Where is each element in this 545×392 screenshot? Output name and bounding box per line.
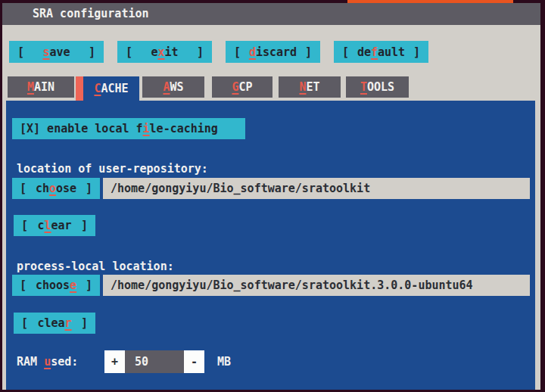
choose-user-repository-button[interactable]: [ choose ] [12,178,100,199]
tab-main-label: MAIN [27,80,54,94]
bracket-left: [ [126,45,132,59]
bracket-left: [ [234,45,241,59]
tab-aws-label: AWS [163,80,183,94]
clear-process-local-button[interactable]: [ clear ] [14,313,95,334]
enable-file-caching-checkbox[interactable]: [X] enable local file-caching [12,118,245,139]
ram-decrease-button[interactable]: - [184,350,204,373]
bracket-left: [ [21,219,28,232]
tab-aws[interactable]: AWS [142,76,204,98]
clear-user-repository-label: clear [37,219,71,232]
bracket-left: [ [20,182,26,195]
user-repository-label: location of user-repository: [17,161,208,176]
ram-value-field: 50 [125,350,184,373]
active-tab-marker [76,76,83,101]
cache-panel: [X] enable local file-caching location o… [6,101,535,390]
process-local-label: process-local location: [17,259,174,274]
tab-net[interactable]: NET [279,76,341,98]
choose-user-repository-label: choose [36,182,76,195]
tab-tools[interactable]: TOOLS [346,76,409,98]
ram-unit-label: MB [217,350,231,373]
bracket-left: [ [21,316,28,330]
tab-cache[interactable]: CACHE [76,76,139,101]
exit-button-label: exit [151,45,178,59]
bracket-right: ] [81,219,88,232]
clear-process-local-label: clear [37,316,71,330]
tab-net-label: NET [299,80,319,94]
process-local-path-field[interactable]: /home/gongyiyu/Bio_software/sratoolkit.3… [103,275,530,296]
save-button[interactable]: [ save ] [9,41,104,63]
choose-process-local-label: choose [36,278,76,292]
tab-main[interactable]: MAIN [8,76,74,98]
window-title: SRA configuration [33,7,149,20]
bracket-left: [ [342,45,349,59]
bracket-right: ] [89,45,95,59]
user-repository-path-field[interactable]: /home/gongyiyu/Bio_software/sratoolkit [103,178,530,199]
bracket-right: ] [197,45,204,59]
sra-configuration-window: SRA configuration [ save ] [ exit ] [ di… [2,3,540,390]
discard-button-label: discard [249,45,297,59]
bracket-right: ] [86,182,92,195]
bracket-right: ] [305,45,312,59]
ram-used-label: RAM used: [17,350,78,373]
choose-process-local-button[interactable]: [ choose ] [12,275,100,296]
save-button-label: save [42,45,70,59]
toolbar: [ save ] [ exit ] [ discard ] [ default … [9,41,428,63]
bracket-right: ] [413,45,420,59]
terminal-screen: SRA configuration [ save ] [ exit ] [ di… [0,0,545,392]
bracket-left: [ [17,45,24,59]
tab-gcp-label: GCP [232,80,252,94]
default-button[interactable]: [ default ] [334,41,428,63]
bracket-right: ] [81,316,88,330]
tab-gcp[interactable]: GCP [212,76,272,98]
default-button-label: default [357,45,405,59]
exit-button[interactable]: [ exit ] [117,41,212,63]
discard-button[interactable]: [ discard ] [226,41,320,63]
tab-cache-label: CACHE [94,82,128,95]
clear-user-repository-button[interactable]: [ clear ] [14,215,95,236]
titlebar: SRA configuration [2,3,540,25]
bracket-left: [ [20,278,26,292]
tab-tools-label: TOOLS [360,80,394,94]
bracket-right: ] [86,278,92,292]
tab-bar: MAIN CACHE AWS GCP NET TOOLS [2,76,540,101]
ram-increase-button[interactable]: + [104,350,125,373]
